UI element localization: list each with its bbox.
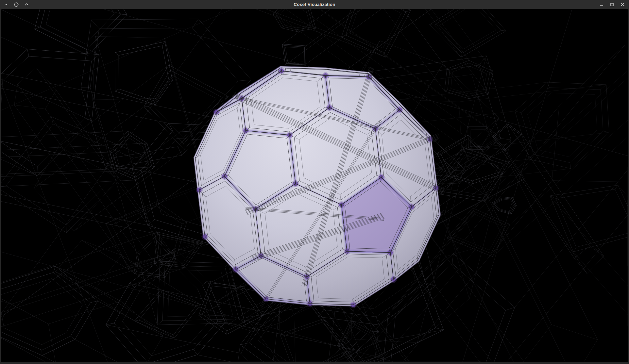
window-title: Coset Visualization bbox=[0, 0, 629, 9]
app-dot-button[interactable] bbox=[4, 2, 9, 7]
app-chevron-up-button[interactable] bbox=[24, 2, 29, 7]
app-window: { "window": { "title": "Coset Visualizat… bbox=[0, 0, 629, 364]
maximize-button[interactable] bbox=[609, 2, 615, 7]
app-circle-button[interactable] bbox=[14, 2, 19, 7]
coset-3d-canvas[interactable] bbox=[1, 9, 628, 362]
circle-icon bbox=[14, 2, 19, 7]
dot-icon bbox=[4, 2, 8, 7]
titlebar-left-controls bbox=[0, 2, 29, 7]
titlebar[interactable]: Coset Visualization bbox=[0, 0, 629, 9]
close-button[interactable] bbox=[620, 2, 625, 7]
maximize-icon bbox=[610, 2, 614, 7]
close-icon bbox=[620, 2, 625, 7]
minimize-button[interactable] bbox=[599, 2, 604, 7]
viewport-frame bbox=[0, 9, 629, 364]
titlebar-right-controls bbox=[599, 2, 629, 7]
chevron-up-icon bbox=[24, 2, 29, 7]
minimize-icon bbox=[599, 2, 604, 7]
